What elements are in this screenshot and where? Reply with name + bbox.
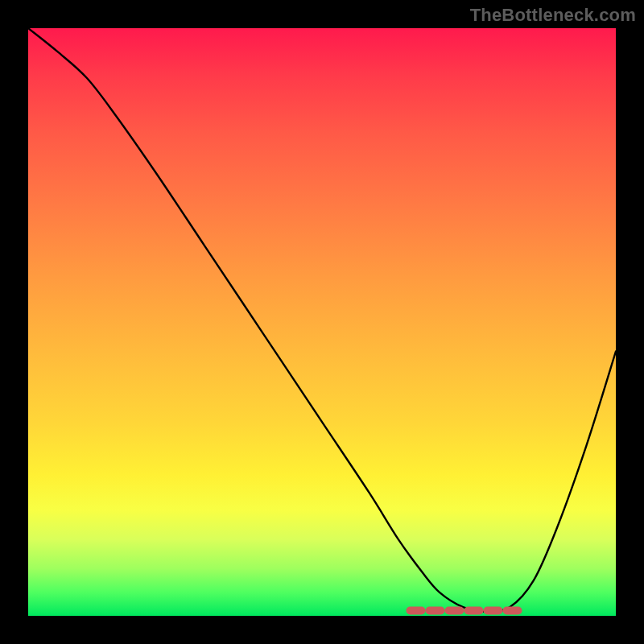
chart-area [28, 28, 616, 616]
bottleneck-curve [28, 28, 616, 616]
watermark-text: TheBottleneck.com [470, 5, 636, 26]
curve-path [28, 28, 616, 612]
